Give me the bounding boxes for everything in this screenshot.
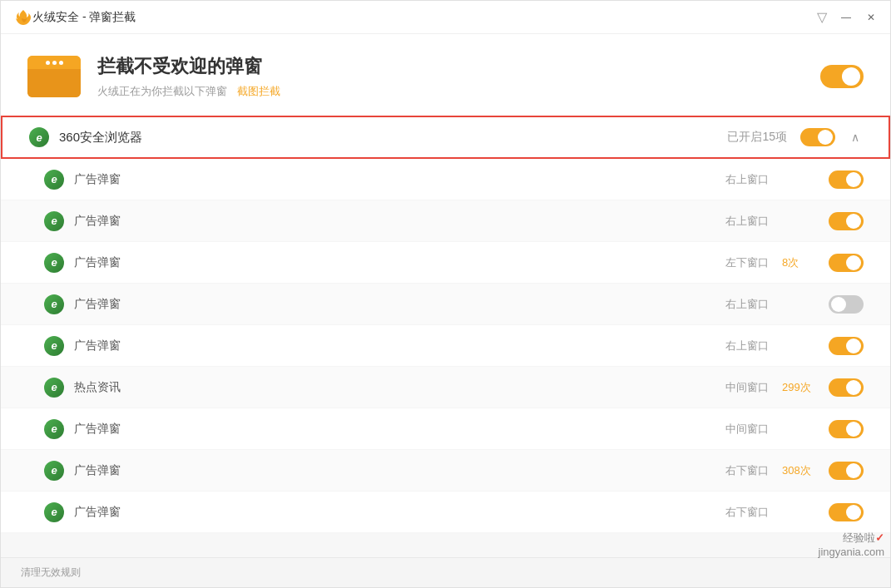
item-name: 广告弹窗: [74, 214, 719, 229]
content-area: e 360安全浏览器 已开启15项 ∧ e 广告弹窗 右上窗口: [1, 116, 890, 557]
item-name: 广告弹窗: [74, 422, 719, 437]
dot-3: [59, 61, 63, 65]
list-item: e 广告弹窗 右上窗口: [1, 200, 890, 242]
item-name: 广告弹窗: [74, 463, 719, 478]
header-subtitle: 火绒正在为你拦截以下弹窗 截图拦截: [97, 84, 820, 99]
item-toggle[interactable]: [829, 254, 864, 272]
list-item: e 广告弹窗 右下窗口 308次: [1, 450, 890, 492]
item-toggle[interactable]: [829, 503, 864, 521]
item-name: 广告弹窗: [74, 297, 719, 312]
item-right: 右下窗口 308次: [719, 462, 864, 480]
rules-list[interactable]: e 360安全浏览器 已开启15项 ∧ e 广告弹窗 右上窗口: [1, 116, 890, 557]
item-browser-icon: e: [44, 336, 64, 356]
minimize-button[interactable]: —: [840, 12, 852, 23]
item-toggle[interactable]: [829, 170, 864, 189]
dot-1: [46, 61, 50, 65]
filter-icon[interactable]: ▽: [817, 9, 827, 25]
item-right: 右上窗口: [719, 337, 864, 355]
main-toggle[interactable]: [820, 65, 864, 88]
header-toggle-area: [820, 65, 864, 88]
list-item: e 广告弹窗 右上窗口: [1, 284, 890, 325]
group-header-360browser[interactable]: e 360安全浏览器 已开启15项 ∧: [1, 116, 890, 159]
icon-bottom: [27, 69, 81, 97]
item-toggle[interactable]: [829, 295, 864, 314]
item-browser-icon: e: [44, 294, 64, 314]
item-position: 右上窗口: [719, 214, 769, 229]
app-logo: [14, 8, 32, 27]
dot-2: [52, 61, 57, 65]
page-title: 拦截不受欢迎的弹窗: [97, 54, 820, 79]
header-section: 拦截不受欢迎的弹窗 火绒正在为你拦截以下弹窗 截图拦截: [1, 34, 890, 116]
window-title: 火绒安全 - 弹窗拦截: [32, 10, 817, 25]
item-browser-icon: e: [44, 461, 64, 481]
item-position: 右上窗口: [719, 172, 769, 187]
item-position: 右下窗口: [719, 463, 769, 478]
item-browser-icon: e: [44, 378, 64, 398]
item-position: 中间窗口: [719, 422, 769, 437]
list-item: e 广告弹窗 左下窗口 8次: [1, 242, 890, 284]
item-toggle[interactable]: [829, 420, 864, 438]
item-right: 右下窗口: [719, 503, 864, 521]
popup-block-icon: [27, 56, 81, 97]
window-controls: ▽ — ✕: [817, 9, 877, 25]
header-text: 拦截不受欢迎的弹窗 火绒正在为你拦截以下弹窗 截图拦截: [97, 54, 820, 99]
clear-rules-link[interactable]: 清理无效规则: [21, 566, 81, 580]
collapse-icon[interactable]: ∧: [849, 131, 862, 144]
item-browser-icon: e: [44, 419, 64, 439]
item-name: 热点资讯: [74, 380, 719, 395]
item-right: 右上窗口: [719, 170, 864, 189]
list-item: e 广告弹窗 右上窗口: [1, 159, 890, 200]
item-right: 左下窗口 8次: [719, 254, 864, 272]
item-count: 308次: [782, 463, 815, 478]
item-position: 右上窗口: [719, 338, 769, 353]
item-browser-icon: e: [44, 253, 64, 273]
group-toggle[interactable]: [800, 128, 835, 146]
list-item: e 广告弹窗 右上窗口: [1, 325, 890, 367]
item-browser-icon: e: [44, 211, 64, 231]
item-right: 中间窗口: [719, 420, 864, 438]
close-button[interactable]: ✕: [865, 12, 877, 23]
item-count: 8次: [782, 255, 815, 270]
item-browser-icon: e: [44, 502, 64, 522]
item-right: 右上窗口: [719, 212, 864, 230]
subtitle-text: 火绒正在为你拦截以下弹窗: [97, 84, 227, 99]
item-position: 左下窗口: [719, 255, 769, 270]
item-toggle[interactable]: [829, 212, 864, 230]
titlebar: 火绒安全 - 弹窗拦截 ▽ — ✕: [1, 1, 890, 34]
browser-icon-360: e: [29, 127, 49, 147]
item-browser-icon: e: [44, 170, 64, 190]
item-position: 右下窗口: [719, 505, 769, 520]
group-header-right: 已开启15项 ∧: [727, 128, 862, 146]
item-position: 右上窗口: [719, 297, 769, 312]
item-position: 中间窗口: [719, 380, 769, 395]
item-name: 广告弹窗: [74, 172, 719, 187]
item-right: 中间窗口 299次: [719, 378, 864, 397]
item-toggle[interactable]: [829, 378, 864, 397]
list-item: e 广告弹窗 右下窗口: [1, 492, 890, 533]
item-name: 广告弹窗: [74, 505, 719, 520]
item-right: 右上窗口: [719, 295, 864, 314]
item-count: 299次: [782, 380, 815, 395]
group-name: 360安全浏览器: [59, 130, 142, 146]
item-toggle[interactable]: [829, 462, 864, 480]
list-item: e 热点资讯 中间窗口 299次: [1, 367, 890, 408]
group-count: 已开启15项: [727, 130, 787, 145]
item-toggle[interactable]: [829, 337, 864, 355]
item-name: 广告弹窗: [74, 255, 719, 270]
item-name: 广告弹窗: [74, 338, 719, 353]
screenshot-block-link[interactable]: 截图拦截: [237, 84, 280, 99]
main-window: 火绒安全 - 弹窗拦截 ▽ — ✕ 拦截不受欢迎的弹窗 火绒正在为你拦截以下弹窗…: [0, 0, 891, 588]
list-item: e 广告弹窗 中间窗口: [1, 408, 890, 450]
footer: 清理无效规则: [1, 557, 890, 587]
